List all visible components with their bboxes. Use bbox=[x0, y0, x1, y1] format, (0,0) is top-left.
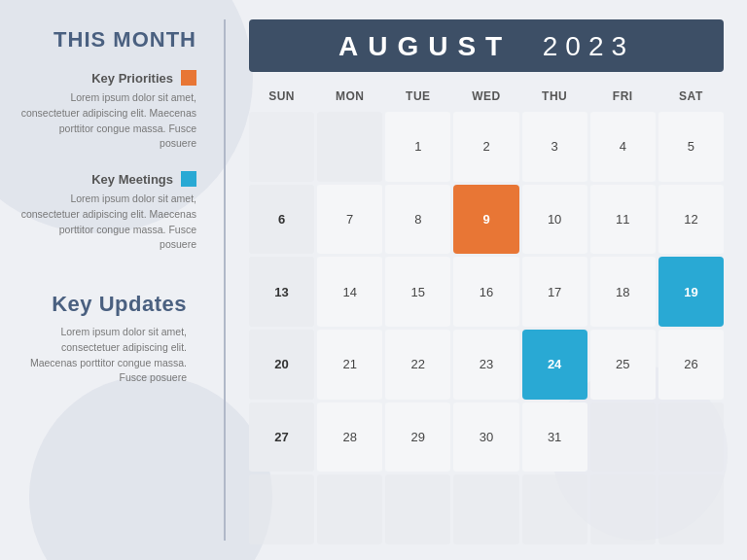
calendar-row-6 bbox=[249, 474, 724, 544]
key-updates-text: Lorem ipsum dolor sit amet, consectetuer… bbox=[19, 325, 196, 386]
cal-cell-w3-thu: 17 bbox=[522, 257, 587, 327]
calendar-header-row: SUN MON TUE WED THU FRI SAT bbox=[249, 86, 724, 107]
cal-cell-w2-thu: 10 bbox=[522, 185, 587, 255]
left-panel: THIS MONTH Key Priorities Lorem ipsum do… bbox=[0, 0, 224, 560]
calendar-row-2: 6 7 8 9 10 11 12 bbox=[249, 185, 724, 255]
cal-cell-w2-sun: 6 bbox=[249, 185, 314, 255]
key-priorities-label: Key Priorities bbox=[91, 71, 173, 86]
key-meetings-label-row: Key Meetings bbox=[19, 171, 196, 187]
cal-cell-w3-fri: 18 bbox=[590, 257, 656, 327]
this-month-title: THIS MONTH bbox=[19, 27, 206, 52]
cal-cell-w5-mon: 28 bbox=[317, 402, 382, 472]
key-meetings-text: Lorem ipsum dolor sit amet, consectetuer… bbox=[19, 192, 196, 253]
cal-cell-w1-thu: 3 bbox=[522, 112, 587, 182]
cal-cell-w4-fri: 25 bbox=[590, 330, 656, 400]
cal-cell-w2-tue: 8 bbox=[385, 185, 450, 255]
cal-cell-w1-tue: 1 bbox=[385, 112, 450, 182]
blue-square-icon bbox=[181, 171, 196, 187]
cal-cell-w5-wed: 30 bbox=[453, 402, 518, 472]
cal-cell-w4-sat: 26 bbox=[658, 330, 724, 400]
cal-cell-w4-thu: 24 bbox=[522, 330, 587, 400]
cal-cell-w6-thu bbox=[522, 474, 587, 544]
cal-cell-w4-wed: 23 bbox=[453, 330, 518, 400]
cal-cell-w1-wed: 2 bbox=[453, 112, 518, 182]
day-header-sat: SAT bbox=[658, 86, 724, 107]
cal-cell-w6-mon bbox=[317, 474, 382, 544]
key-priorities-section: Key Priorities Lorem ipsum dolor sit ame… bbox=[19, 70, 206, 152]
cal-cell-w5-thu: 31 bbox=[522, 402, 587, 472]
cal-cell-w2-fri: 11 bbox=[590, 185, 656, 255]
cal-cell-w3-wed: 16 bbox=[453, 257, 518, 327]
key-priorities-text: Lorem ipsum dolor sit amet, consectetuer… bbox=[19, 90, 196, 152]
cal-cell-w4-tue: 22 bbox=[385, 330, 450, 400]
key-updates-title: Key Updates bbox=[19, 292, 196, 317]
cal-cell-w6-fri bbox=[590, 474, 656, 544]
cal-cell-w4-sun: 20 bbox=[249, 330, 314, 400]
cal-cell-w5-fri bbox=[590, 402, 656, 472]
day-header-sun: SUN bbox=[249, 86, 314, 107]
slide-container: THIS MONTH Key Priorities Lorem ipsum do… bbox=[0, 0, 747, 560]
cal-cell-w3-tue: 15 bbox=[385, 257, 450, 327]
day-header-tue: TUE bbox=[385, 86, 450, 107]
key-meetings-section: Key Meetings Lorem ipsum dolor sit amet,… bbox=[19, 171, 206, 253]
cal-cell-w3-mon: 14 bbox=[317, 257, 382, 327]
calendar-row-3: 13 14 15 16 17 18 19 bbox=[249, 257, 724, 327]
key-priorities-label-row: Key Priorities bbox=[19, 70, 196, 86]
cal-cell-w5-sat bbox=[658, 402, 724, 472]
calendar-row-1: 1 2 3 4 5 bbox=[249, 112, 724, 182]
year-label: 2023 bbox=[543, 31, 634, 61]
orange-square-icon bbox=[181, 70, 196, 86]
day-header-wed: WED bbox=[453, 86, 518, 107]
month-header: AUGUST 2023 bbox=[249, 19, 724, 72]
cal-cell-w1-fri: 4 bbox=[590, 112, 656, 182]
cal-cell-w2-mon: 7 bbox=[317, 185, 382, 255]
cal-cell-w6-sun bbox=[249, 474, 314, 544]
month-name: AUGUST bbox=[338, 31, 512, 61]
key-meetings-label: Key Meetings bbox=[91, 172, 173, 187]
cal-cell-w1-sun bbox=[249, 112, 314, 182]
cal-cell-w5-sun: 27 bbox=[249, 402, 314, 472]
day-header-fri: FRI bbox=[590, 86, 656, 107]
cal-cell-w6-tue bbox=[385, 474, 450, 544]
cal-cell-w6-wed bbox=[453, 474, 518, 544]
cal-cell-w2-sat: 12 bbox=[658, 185, 724, 255]
key-updates-section: Key Updates Lorem ipsum dolor sit amet, … bbox=[19, 282, 206, 386]
day-header-thu: THU bbox=[522, 86, 587, 107]
cal-cell-w1-sat: 5 bbox=[658, 112, 724, 182]
cal-cell-w6-sat bbox=[658, 474, 724, 544]
cal-cell-w3-sun: 13 bbox=[249, 257, 314, 327]
calendar-body: 1 2 3 4 5 6 7 8 9 10 11 12 bbox=[249, 112, 724, 544]
calendar-row-5: 27 28 29 30 31 bbox=[249, 402, 724, 472]
cal-cell-w1-mon bbox=[317, 112, 382, 182]
calendar-row-4: 20 21 22 23 24 25 26 bbox=[249, 330, 724, 400]
month-header-text: AUGUST 2023 bbox=[338, 31, 634, 61]
cal-cell-w2-wed: 9 bbox=[453, 185, 518, 255]
right-panel: AUGUST 2023 SUN MON TUE WED THU FRI SAT bbox=[226, 0, 747, 560]
cal-cell-w3-sat: 19 bbox=[658, 257, 724, 327]
cal-cell-w5-tue: 29 bbox=[385, 402, 450, 472]
calendar-grid: SUN MON TUE WED THU FRI SAT 1 2 3 4 5 bbox=[249, 86, 724, 544]
day-header-mon: MON bbox=[317, 86, 382, 107]
cal-cell-w4-mon: 21 bbox=[317, 330, 382, 400]
